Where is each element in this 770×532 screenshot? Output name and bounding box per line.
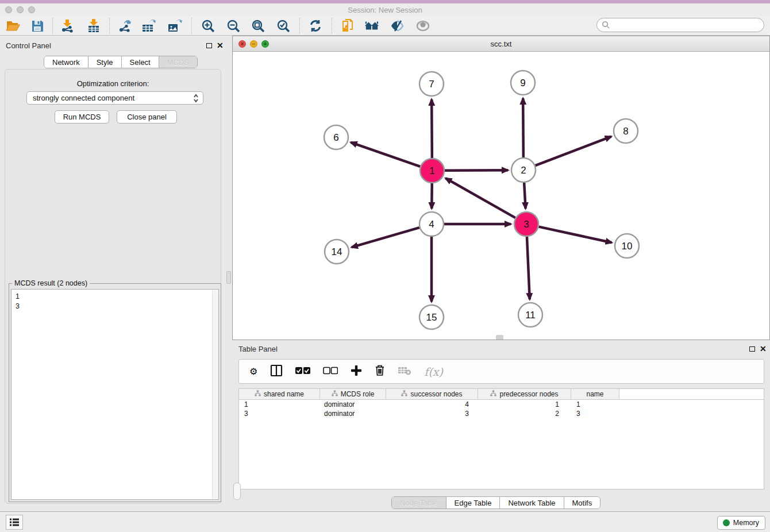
graph-node-1[interactable]: 1	[420, 159, 444, 183]
cell-MCDS-role[interactable]: dominator	[320, 409, 386, 418]
column-header-successor-nodes[interactable]: successor nodes	[386, 389, 478, 399]
column-header-name[interactable]: name	[571, 389, 619, 399]
export-table-icon[interactable]	[141, 18, 156, 33]
graph-edge-4-14[interactable]	[352, 228, 419, 247]
import-network-icon[interactable]	[60, 18, 75, 33]
optimization-criterion-label: Optimization criterion:	[5, 79, 221, 88]
select-stepper-icon	[193, 94, 199, 105]
function-builder-icon[interactable]: f(x)	[424, 365, 443, 378]
cell-predecessor-nodes[interactable]: 2	[478, 409, 571, 418]
zoom-in-icon[interactable]	[201, 18, 215, 33]
mcds-panel: Optimization criterion: strongly connect…	[5, 69, 221, 504]
graph-node-6[interactable]: 6	[324, 125, 348, 149]
graph-edge-2-9[interactable]	[523, 98, 523, 157]
column-type-icon	[401, 390, 407, 398]
toolbar-separator	[109, 18, 110, 34]
apply-layout-icon[interactable]	[308, 18, 323, 33]
svg-text:14: 14	[332, 246, 342, 257]
graph-node-11[interactable]: 11	[518, 303, 542, 327]
tab-network[interactable]: Network	[44, 56, 88, 68]
save-session-icon[interactable]	[30, 18, 45, 33]
network-canvas[interactable]: 7968124314101511	[233, 52, 769, 340]
graph-node-7[interactable]: 7	[419, 72, 444, 96]
deselect-all-icon[interactable]	[323, 367, 338, 377]
graph-node-10[interactable]: 10	[615, 234, 639, 258]
graph-edge-1-2[interactable]	[445, 170, 508, 171]
tab-mcds[interactable]: MCDS	[159, 56, 197, 68]
mcds-result-textarea[interactable]: 1 3	[11, 289, 219, 500]
import-table-icon[interactable]	[86, 18, 101, 33]
graph-edge-2-3[interactable]	[524, 183, 525, 209]
run-mcds-button[interactable]: Run MCDS	[55, 110, 109, 124]
delete-table-icon[interactable]	[398, 365, 411, 378]
close-panel-icon[interactable]: ✕	[217, 42, 224, 49]
zoom-out-icon[interactable]	[226, 18, 241, 33]
svg-text:9: 9	[520, 78, 525, 88]
graph-node-2[interactable]: 2	[511, 158, 536, 182]
table-options-icon[interactable]: ⚙	[249, 366, 257, 377]
copy-network-icon[interactable]	[340, 18, 355, 33]
task-history-button[interactable]	[6, 515, 23, 530]
cell-MCDS-role[interactable]: dominator	[320, 400, 386, 409]
birdseye-icon[interactable]	[415, 18, 430, 33]
zoom-fit-icon[interactable]	[251, 18, 265, 33]
search-input[interactable]	[596, 18, 764, 32]
float-table-panel-icon[interactable]	[749, 346, 755, 352]
cell-successor-nodes[interactable]: 3	[386, 409, 478, 418]
graph-node-9[interactable]: 9	[511, 71, 535, 95]
cell-name[interactable]: 3	[571, 409, 619, 418]
float-panel-icon[interactable]	[206, 43, 212, 48]
graph-edge-1-7[interactable]	[432, 99, 432, 158]
cell-shared-name[interactable]: 3	[239, 409, 320, 418]
cell-shared-name[interactable]: 1	[239, 400, 320, 409]
column-header-MCDS-role[interactable]: MCDS role	[320, 389, 386, 399]
memory-button[interactable]: Memory	[717, 516, 765, 530]
result-scrollbar[interactable]	[212, 290, 218, 499]
add-column-icon[interactable]	[351, 365, 362, 379]
tab-node-table[interactable]: Node Table	[392, 497, 446, 508]
close-table-panel-icon[interactable]: ✕	[760, 345, 767, 352]
table-scrollbar-thumb[interactable]	[233, 483, 241, 500]
tab-motifs[interactable]: Motifs	[564, 497, 600, 508]
birdseye-handle[interactable]	[496, 335, 503, 340]
graph-node-8[interactable]: 8	[614, 119, 638, 143]
mcds-result-group: MCDS result (2 nodes) 1 3	[9, 283, 221, 502]
graph-edge-2-8[interactable]	[536, 137, 611, 166]
tab-select[interactable]: Select	[122, 56, 159, 68]
cell-name[interactable]: 1	[571, 400, 619, 409]
graph-node-14[interactable]: 14	[325, 240, 349, 264]
column-selector-icon[interactable]	[270, 364, 283, 379]
graph-edge-3-1[interactable]	[445, 178, 515, 218]
close-panel-button[interactable]: Close panel	[117, 110, 177, 124]
graph-node-4[interactable]: 4	[419, 212, 444, 236]
search-icon	[602, 21, 610, 29]
export-network-icon[interactable]	[117, 18, 132, 33]
zoom-selected-icon[interactable]	[276, 18, 291, 33]
cell-successor-nodes[interactable]: 4	[386, 400, 478, 409]
graph-node-3[interactable]: 3	[514, 212, 538, 236]
column-header-predecessor-nodes[interactable]: predecessor nodes	[478, 389, 571, 399]
tab-network-table[interactable]: Network Table	[500, 497, 564, 508]
table-row[interactable]: 1dominator411	[239, 400, 764, 409]
network-window-titlebar[interactable]: × − + scc.txt	[233, 36, 769, 52]
export-image-icon[interactable]	[167, 18, 182, 33]
control-panel-tabs: NetworkStyleSelectMCDS	[44, 56, 198, 68]
graph-node-15[interactable]: 15	[419, 305, 444, 329]
svg-text:15: 15	[426, 312, 437, 323]
delete-column-icon[interactable]	[375, 364, 385, 379]
table-row[interactable]: 3dominator323	[239, 409, 764, 418]
cell-predecessor-nodes[interactable]: 1	[478, 400, 571, 409]
open-session-icon[interactable]	[6, 18, 21, 33]
select-all-icon[interactable]	[295, 367, 310, 377]
graph-edge-3-11[interactable]	[527, 237, 530, 299]
table-panel-title: Table Panel	[238, 345, 278, 353]
tab-style[interactable]: Style	[88, 56, 122, 68]
tab-edge-table[interactable]: Edge Table	[446, 497, 500, 508]
show-hide-details-icon[interactable]	[390, 18, 405, 33]
ndex-home-icon[interactable]	[364, 18, 379, 33]
column-header-shared-name[interactable]: shared name	[239, 389, 320, 399]
splitter-handle[interactable]	[226, 271, 231, 284]
criterion-select[interactable]: strongly connected component	[26, 91, 203, 105]
graph-edge-3-10[interactable]	[538, 227, 611, 243]
graph-edge-1-6[interactable]	[351, 142, 421, 167]
